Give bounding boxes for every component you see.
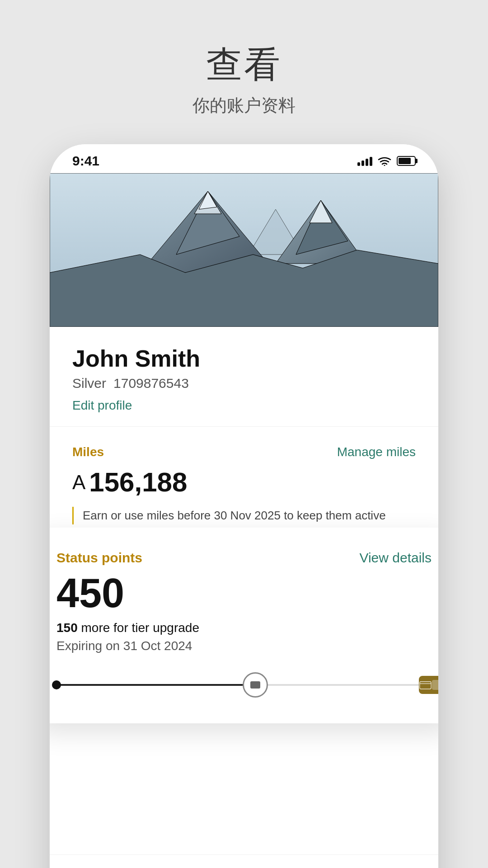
page-header: 查看 你的账户资料 [192, 0, 296, 144]
status-points-card: Status points View details 450 150 more … [50, 528, 438, 723]
status-points-label: Status points [56, 550, 142, 566]
progress-bar [56, 671, 432, 698]
profile-section: John Smith Silver 1709876543 Edit profil… [50, 327, 438, 426]
hero-image [50, 173, 438, 327]
progress-start-dot [52, 680, 61, 689]
miles-header: Miles Manage miles [72, 445, 416, 459]
status-points-value: 450 [56, 573, 432, 613]
mountain-illustration [50, 173, 438, 327]
upgrade-suffix: more for tier upgrade [81, 621, 199, 635]
profile-tier: Silver 1709876543 [72, 376, 416, 391]
phone-mockup: 9:41 [50, 144, 438, 868]
tier-label: Silver [72, 376, 106, 391]
status-points-header: Status points View details [56, 550, 432, 566]
profile-name: John Smith [72, 345, 416, 372]
wifi-icon [378, 156, 391, 166]
header-title: 查看 [192, 41, 296, 90]
battery-icon [397, 156, 416, 166]
transactions-section: Transactions Check your transaction hist… [50, 854, 438, 868]
miles-value: 156,188 [89, 467, 187, 498]
progress-fill [56, 684, 255, 686]
svg-marker-12 [50, 250, 438, 327]
view-details-link[interactable]: View details [359, 550, 432, 566]
status-icons [357, 156, 416, 166]
svg-rect-13 [420, 682, 431, 689]
svg-point-0 [384, 165, 385, 166]
manage-miles-link[interactable]: Manage miles [337, 445, 416, 459]
wallet-icon [419, 679, 432, 690]
progress-thumb-icon [250, 681, 260, 689]
member-number: 1709876543 [113, 376, 189, 391]
edit-profile-link[interactable]: Edit profile [72, 398, 416, 413]
expiring-text: Expiring on 31 Oct 2024 [56, 639, 432, 653]
miles-note: Earn or use miles before 30 Nov 2025 to … [72, 507, 416, 524]
tier-upgrade-text: 150 more for tier upgrade [56, 621, 432, 635]
miles-amount: A 156,188 [72, 467, 416, 498]
status-points-container: Status points View details 450 150 more … [50, 542, 438, 710]
miles-section: Miles Manage miles A 156,188 Earn or use… [50, 426, 438, 542]
signal-icon [357, 156, 372, 166]
progress-end-icon [419, 676, 438, 694]
status-bar: 9:41 [50, 144, 438, 173]
upgrade-number: 150 [56, 621, 78, 635]
status-time: 9:41 [72, 153, 99, 169]
miles-currency: A [72, 471, 85, 494]
header-subtitle: 你的账户资料 [192, 94, 296, 117]
miles-label: Miles [72, 445, 104, 459]
progress-thumb [243, 672, 268, 698]
battery-fill [399, 158, 411, 164]
